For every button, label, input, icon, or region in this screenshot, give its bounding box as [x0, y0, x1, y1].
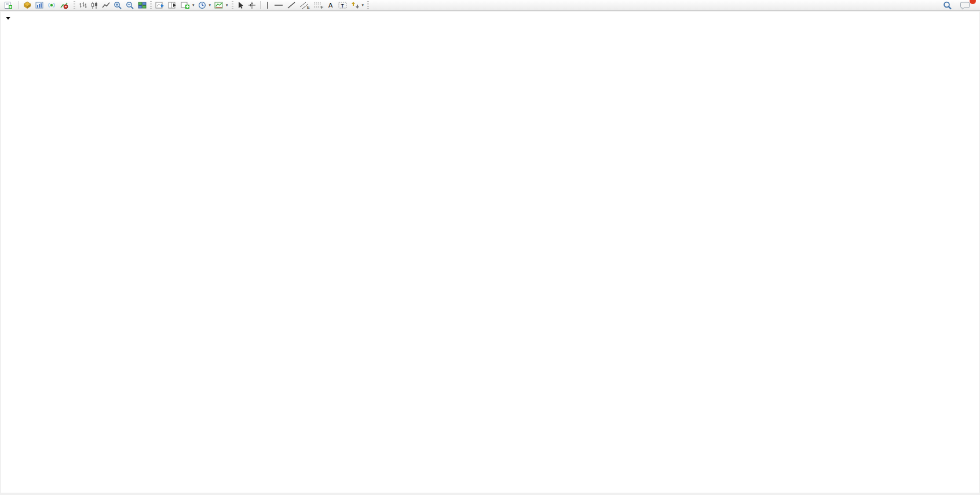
navigator-button[interactable]	[46, 1, 58, 10]
autotrading-icon	[60, 1, 68, 9]
chevron-down-icon: ▾	[362, 3, 364, 8]
toolbar-separator	[74, 1, 75, 9]
svg-text:T: T	[341, 3, 344, 9]
indicators-button[interactable]: ▾	[213, 1, 230, 10]
new-chart-icon	[181, 1, 190, 9]
quotes-button[interactable]	[21, 1, 34, 10]
toolbar-separator	[19, 1, 19, 9]
equidistant-channel-button[interactable]: E	[298, 1, 312, 10]
period-button[interactable]: ▾	[196, 1, 213, 10]
tile-windows-icon	[138, 1, 147, 9]
horizontal-line-button[interactable]	[272, 1, 285, 10]
clock-icon	[198, 1, 207, 9]
chevron-down-icon: ▾	[192, 3, 195, 8]
charts-window-button[interactable]	[153, 1, 166, 10]
market-watch-button[interactable]	[34, 1, 46, 10]
quotes-icon	[23, 1, 32, 9]
zoom-in-button[interactable]	[112, 1, 124, 10]
autotrading-button[interactable]	[58, 1, 72, 10]
text-label-icon: T	[338, 1, 348, 9]
toolbar-separator	[150, 1, 152, 9]
arrows-button[interactable]: ▾	[349, 1, 366, 10]
svg-text:A: A	[328, 2, 333, 9]
trendline-button[interactable]	[285, 1, 298, 10]
zoom-out-icon	[126, 1, 134, 9]
arrow-objects-icon	[351, 1, 360, 9]
text-label-button[interactable]: T	[337, 1, 349, 10]
new-order-button[interactable]	[2, 1, 16, 10]
navigator-icon	[47, 1, 56, 9]
trendline-icon	[287, 1, 296, 9]
horizontal-line-icon	[274, 1, 283, 9]
crosshair-button[interactable]	[246, 1, 258, 10]
chart-window	[1, 12, 979, 493]
cursor-icon	[237, 1, 244, 9]
text-a-icon: A	[327, 1, 335, 9]
new-order-icon	[4, 1, 13, 9]
fibonacci-button[interactable]: F	[312, 1, 326, 10]
search-icon	[943, 1, 952, 10]
toolbar-separator	[260, 1, 261, 9]
toolbar-separator	[232, 1, 233, 9]
channel-icon: E	[299, 1, 310, 9]
crosshair-icon	[248, 1, 256, 9]
ohlc-bars-icon	[79, 1, 87, 9]
chart-window-arrow-icon	[155, 1, 164, 9]
chart-canvas	[1, 12, 979, 493]
search-button[interactable]	[941, 1, 954, 10]
tile-windows-button[interactable]	[136, 1, 148, 10]
chart-shift-icon	[168, 1, 177, 9]
svg-text:E: E	[307, 5, 310, 9]
toolbar-separator	[367, 1, 369, 9]
text-button[interactable]: A	[326, 1, 337, 10]
zoom-out-button[interactable]	[124, 1, 136, 10]
indicators-icon	[214, 1, 224, 9]
notification-badge	[970, 0, 976, 4]
chart-title	[6, 17, 10, 20]
cursor-button[interactable]	[235, 1, 246, 10]
notifications-button[interactable]	[959, 1, 972, 10]
vertical-line-icon	[265, 1, 270, 9]
bar-chart-mode-button[interactable]	[77, 1, 89, 10]
new-chart-button[interactable]: ▾	[179, 1, 196, 10]
chart-collapse-icon[interactable]	[6, 17, 10, 20]
line-chart-mode-button[interactable]	[100, 1, 112, 10]
chevron-down-icon: ▾	[226, 3, 228, 8]
line-chart-icon	[102, 1, 110, 9]
chat-bubble-icon	[960, 1, 970, 10]
vertical-line-button[interactable]	[263, 1, 272, 10]
zoom-in-icon	[114, 1, 122, 9]
chevron-down-icon: ▾	[209, 3, 211, 8]
chart-shift-button[interactable]	[166, 1, 179, 10]
main-toolbar: ▾ ▾ ▾ E F A T ▾	[0, 0, 980, 11]
candlestick-mode-button[interactable]	[89, 1, 100, 10]
svg-text:F: F	[321, 5, 323, 9]
fibonacci-icon: F	[313, 1, 324, 9]
candlestick-icon	[90, 1, 98, 9]
market-watch-icon	[35, 1, 44, 9]
